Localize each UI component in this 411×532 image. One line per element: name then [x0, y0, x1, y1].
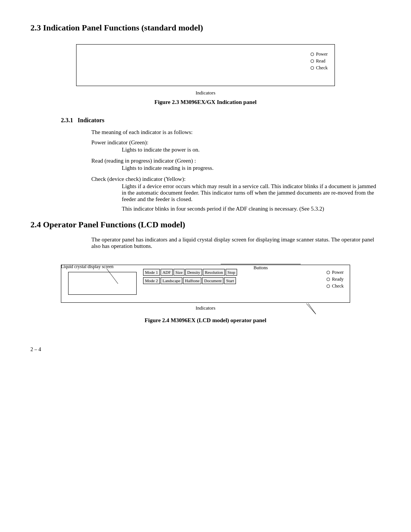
read-desc: Lights to indicate reading is in progres…	[122, 165, 381, 171]
power-desc: Lights to indicate the power is on.	[122, 147, 381, 153]
power-type: Power indicator (Green):	[91, 139, 381, 146]
figure-23-box: Power Read Check	[76, 44, 335, 86]
svg-line-1	[306, 304, 316, 314]
indicator-lines-svg	[306, 304, 325, 315]
check-indicator-row: Check	[311, 65, 328, 71]
check-desc-2: This indicator blinks in four seconds pe…	[122, 206, 381, 212]
subsection-231-title: 2.3.1 Indicators	[61, 117, 381, 124]
indicators-intro: The meaning of each indicator is as foll…	[91, 129, 381, 136]
figure-24-caption: Figure 2.4 M3096EX (LCD model) operator …	[30, 317, 381, 324]
figure-23-wrapper: Power Read Check Indicators Figure 2.3 M…	[61, 44, 350, 105]
lcd-check-circle	[327, 284, 330, 288]
start-button[interactable]: Start	[224, 277, 236, 284]
lcd-check-row: Check	[327, 283, 344, 289]
landscape-button[interactable]: Landscape	[161, 277, 182, 284]
page-footer: 2 – 4	[30, 347, 381, 353]
lcd-indicators-panel: Power Ready Check	[327, 270, 344, 289]
power-indicator-row: Power	[311, 51, 328, 57]
density-button[interactable]: Density	[185, 269, 202, 276]
button-row-1: Mode 1 ADF Size Density Resolution Stop	[143, 269, 237, 276]
power-indicator-label: Power	[316, 51, 328, 57]
halftone-button[interactable]: Halftone	[183, 277, 201, 284]
lcd-ready-circle	[327, 278, 330, 281]
indicators-panel-23: Power Read Check	[311, 51, 328, 71]
size-button[interactable]: Size	[174, 269, 185, 276]
check-type: Check (device check) indicator (Yellow):	[91, 176, 381, 182]
subsection-number: 2.3.1	[61, 117, 73, 123]
lcd-ready-label: Ready	[332, 276, 344, 282]
check-desc-1: Lights if a device error occurs which ma…	[122, 183, 381, 203]
lcd-ready-row: Ready	[327, 276, 344, 282]
read-indicator-row: Read	[311, 58, 328, 64]
check-indicator-circle	[311, 66, 314, 70]
read-indicator-circle	[311, 59, 314, 63]
lcd-power-label: Power	[332, 270, 344, 275]
mode1-button[interactable]: Mode 1	[143, 269, 160, 276]
section-24-title: 2.4 Operator Panel Functions (LCD model)	[30, 220, 381, 230]
document-button[interactable]: Document	[202, 277, 223, 284]
buttons-area: Mode 1 ADF Size Density Resolution Stop …	[143, 269, 237, 285]
stop-button[interactable]: Stop	[226, 269, 237, 276]
read-type: Read (reading in progress) indicator (Gr…	[91, 158, 381, 164]
lcd-check-label: Check	[332, 283, 344, 289]
indicators-label-23: Indicators	[61, 90, 350, 96]
lcd-panel-box: Mode 1 ADF Size Density Resolution Stop …	[61, 265, 350, 303]
lcd-power-row: Power	[327, 270, 344, 275]
svg-line-2	[308, 304, 316, 314]
lcd-screen-box	[68, 272, 137, 295]
check-indicator-label: Check	[316, 65, 328, 71]
read-indicator-label: Read	[316, 58, 325, 64]
resolution-button[interactable]: Resolution	[203, 269, 225, 276]
adf-button[interactable]: ADF	[161, 269, 173, 276]
section-23-title: 2.3 Indication Panel Functions (standard…	[30, 23, 381, 33]
power-indicator-circle	[311, 53, 314, 56]
button-row-2: Mode 2 Landscape Halftone Document Start	[143, 277, 237, 284]
subsection-name: Indicators	[78, 117, 104, 123]
mode2-button[interactable]: Mode 2	[143, 277, 160, 284]
section-24-intro: The operator panel has indicators and a …	[91, 236, 381, 249]
figure-23-caption: Figure 2.3 M3096EX/GX Indication panel	[61, 99, 350, 105]
lcd-power-circle	[327, 271, 330, 274]
